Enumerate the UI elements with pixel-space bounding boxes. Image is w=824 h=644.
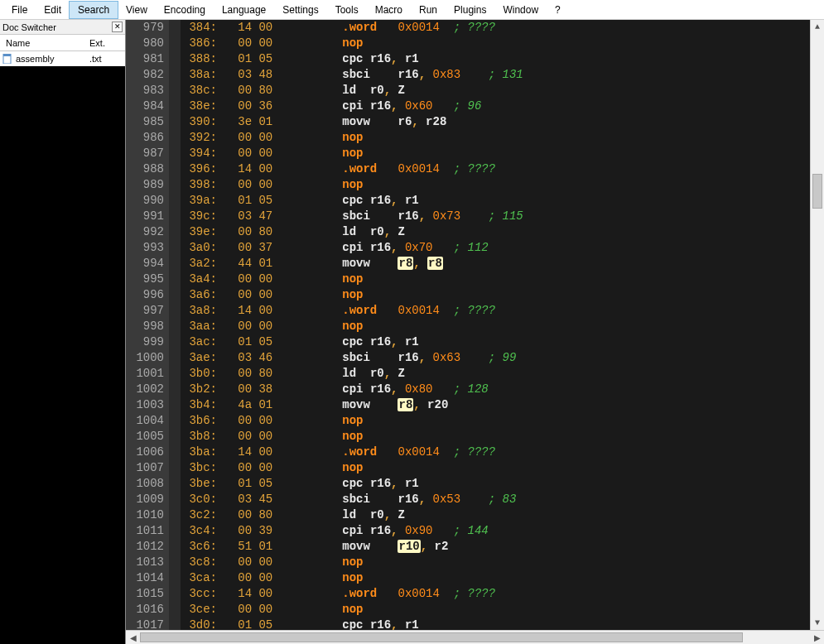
code-line[interactable]: 3bc: 00 00 nop bbox=[182, 460, 810, 476]
file-list-header[interactable]: Name Ext. bbox=[0, 35, 125, 51]
menu-macro[interactable]: Macro bbox=[367, 2, 411, 18]
menu-tools[interactable]: Tools bbox=[327, 2, 367, 18]
code-line[interactable]: 3a0: 00 37 cpi r16, 0x70 ; 112 bbox=[182, 240, 810, 256]
code-line[interactable]: 3ac: 01 05 cpc r16, r1 bbox=[182, 334, 810, 350]
code-line[interactable]: 392: 00 00 nop bbox=[182, 130, 810, 146]
line-number[interactable]: 1005 bbox=[126, 429, 164, 445]
line-number[interactable]: 999 bbox=[126, 334, 164, 350]
code-line[interactable]: 38a: 03 48 sbci r16, 0x83 ; 131 bbox=[182, 67, 810, 83]
file-row[interactable]: assembly.txt bbox=[0, 51, 125, 66]
code-line[interactable]: 3c0: 03 45 sbci r16, 0x53 ; 83 bbox=[182, 492, 810, 507]
code-line[interactable]: 3c8: 00 00 nop bbox=[182, 555, 810, 570]
code-line[interactable]: 3b0: 00 80 ld r0, Z bbox=[182, 366, 810, 382]
code-line[interactable]: 394: 00 00 nop bbox=[182, 146, 810, 161]
line-number[interactable]: 1001 bbox=[126, 366, 164, 382]
line-number[interactable]: 1006 bbox=[126, 445, 164, 460]
code-line[interactable]: 3a4: 00 00 nop bbox=[182, 272, 810, 287]
horizontal-scrollbar[interactable]: ◀ ▶ bbox=[126, 630, 824, 644]
code-line[interactable]: 38c: 00 80 ld r0, Z bbox=[182, 83, 810, 99]
line-number[interactable]: 1008 bbox=[126, 476, 164, 492]
line-number[interactable]: 985 bbox=[126, 114, 164, 130]
menu-encoding[interactable]: Encoding bbox=[156, 2, 214, 18]
line-number[interactable]: 1012 bbox=[126, 539, 164, 555]
menu-window[interactable]: Window bbox=[494, 2, 547, 18]
code-line[interactable]: 39a: 01 05 cpc r16, r1 bbox=[182, 193, 810, 209]
menu-file[interactable]: File bbox=[3, 2, 36, 18]
code-line[interactable]: 390: 3e 01 movw r6, r28 bbox=[182, 114, 810, 130]
code-line[interactable]: 3b6: 00 00 nop bbox=[182, 413, 810, 429]
line-number[interactable]: 981 bbox=[126, 51, 164, 67]
code-line[interactable]: 398: 00 00 nop bbox=[182, 177, 810, 193]
hscroll-thumb[interactable] bbox=[140, 632, 743, 642]
vertical-scrollbar[interactable]: ▲ ▼ bbox=[810, 20, 824, 630]
line-number[interactable]: 993 bbox=[126, 240, 164, 256]
fold-margin[interactable] bbox=[169, 20, 181, 630]
close-icon[interactable]: ✕ bbox=[112, 22, 123, 32]
line-number[interactable]: 1000 bbox=[126, 350, 164, 366]
line-number[interactable]: 1003 bbox=[126, 397, 164, 413]
code-line[interactable]: 3a2: 44 01 movw r8, r8 bbox=[182, 256, 810, 272]
code-line[interactable]: 3ae: 03 46 sbci r16, 0x63 ; 99 bbox=[182, 350, 810, 366]
line-number[interactable]: 1014 bbox=[126, 570, 164, 586]
line-number[interactable]: 1011 bbox=[126, 523, 164, 539]
code-line[interactable]: 3ce: 00 00 nop bbox=[182, 602, 810, 618]
line-number[interactable]: 997 bbox=[126, 303, 164, 319]
code-line[interactable]: 3ba: 14 00 .word 0x0014 ; ???? bbox=[182, 445, 810, 460]
code-line[interactable]: 3c4: 00 39 cpi r16, 0x90 ; 144 bbox=[182, 523, 810, 539]
scroll-left-icon[interactable]: ◀ bbox=[126, 631, 140, 644]
line-number[interactable]: 994 bbox=[126, 256, 164, 272]
line-number[interactable]: 982 bbox=[126, 67, 164, 83]
line-number[interactable]: 991 bbox=[126, 209, 164, 224]
hscroll-track[interactable] bbox=[140, 631, 810, 644]
line-number[interactable]: 992 bbox=[126, 224, 164, 240]
code-line[interactable]: 388: 01 05 cpc r16, r1 bbox=[182, 51, 810, 67]
line-number[interactable]: 1010 bbox=[126, 507, 164, 523]
scroll-down-icon[interactable]: ▼ bbox=[811, 616, 824, 630]
line-number[interactable]: 980 bbox=[126, 36, 164, 51]
line-number[interactable]: 989 bbox=[126, 177, 164, 193]
code-line[interactable]: 3c6: 51 01 movw r10, r2 bbox=[182, 539, 810, 555]
vscroll-thumb[interactable] bbox=[812, 174, 822, 209]
code-line[interactable]: 3aa: 00 00 nop bbox=[182, 319, 810, 334]
doc-switcher-header[interactable]: Doc Switcher ✕ bbox=[0, 20, 125, 35]
scroll-right-icon[interactable]: ▶ bbox=[810, 631, 824, 644]
line-number[interactable]: 998 bbox=[126, 319, 164, 334]
menu-settings[interactable]: Settings bbox=[274, 2, 326, 18]
code-area[interactable]: 384: 14 00 .word 0x0014 ; ???? 386: 00 0… bbox=[181, 20, 810, 630]
line-number[interactable]: 1013 bbox=[126, 555, 164, 570]
code-line[interactable]: 3cc: 14 00 .word 0x0014 ; ???? bbox=[182, 586, 810, 602]
menu-language[interactable]: Language bbox=[214, 2, 274, 18]
line-number[interactable]: 990 bbox=[126, 193, 164, 209]
vscroll-track[interactable] bbox=[811, 34, 824, 616]
menu-edit[interactable]: Edit bbox=[36, 2, 70, 18]
code-line[interactable]: 3b8: 00 00 nop bbox=[182, 429, 810, 445]
code-line[interactable]: 3ca: 00 00 nop bbox=[182, 570, 810, 586]
line-number-gutter[interactable]: 979 980 981 982 983 984 985 986 987 988 … bbox=[126, 20, 169, 630]
line-number[interactable]: 979 bbox=[126, 20, 164, 36]
line-number[interactable]: 987 bbox=[126, 146, 164, 161]
line-number[interactable]: 1015 bbox=[126, 586, 164, 602]
code-line[interactable]: 3a8: 14 00 .word 0x0014 ; ???? bbox=[182, 303, 810, 319]
code-line[interactable]: 3c2: 00 80 ld r0, Z bbox=[182, 507, 810, 523]
scroll-up-icon[interactable]: ▲ bbox=[811, 20, 824, 34]
line-number[interactable]: 1004 bbox=[126, 413, 164, 429]
menu-search[interactable]: Search bbox=[70, 2, 118, 18]
line-number[interactable]: 986 bbox=[126, 130, 164, 146]
code-line[interactable]: 3be: 01 05 cpc r16, r1 bbox=[182, 476, 810, 492]
line-number[interactable]: 988 bbox=[126, 161, 164, 177]
line-number[interactable]: 983 bbox=[126, 83, 164, 99]
code-editor[interactable]: 979 980 981 982 983 984 985 986 987 988 … bbox=[126, 20, 824, 630]
line-number[interactable]: 984 bbox=[126, 99, 164, 114]
code-line[interactable]: 396: 14 00 .word 0x0014 ; ???? bbox=[182, 161, 810, 177]
menu-plugins[interactable]: Plugins bbox=[446, 2, 494, 18]
code-line[interactable]: 3a6: 00 00 nop bbox=[182, 287, 810, 303]
line-number[interactable]: 996 bbox=[126, 287, 164, 303]
line-number[interactable]: 1009 bbox=[126, 492, 164, 507]
code-line[interactable]: 3d0: 01 05 cpc r16, r1 bbox=[182, 618, 810, 630]
line-number[interactable]: 1002 bbox=[126, 382, 164, 397]
code-line[interactable]: 39c: 03 47 sbci r16, 0x73 ; 115 bbox=[182, 209, 810, 224]
line-number[interactable]: 1016 bbox=[126, 602, 164, 618]
code-line[interactable]: 386: 00 00 nop bbox=[182, 36, 810, 51]
line-number[interactable]: 995 bbox=[126, 272, 164, 287]
code-line[interactable]: 39e: 00 80 ld r0, Z bbox=[182, 224, 810, 240]
